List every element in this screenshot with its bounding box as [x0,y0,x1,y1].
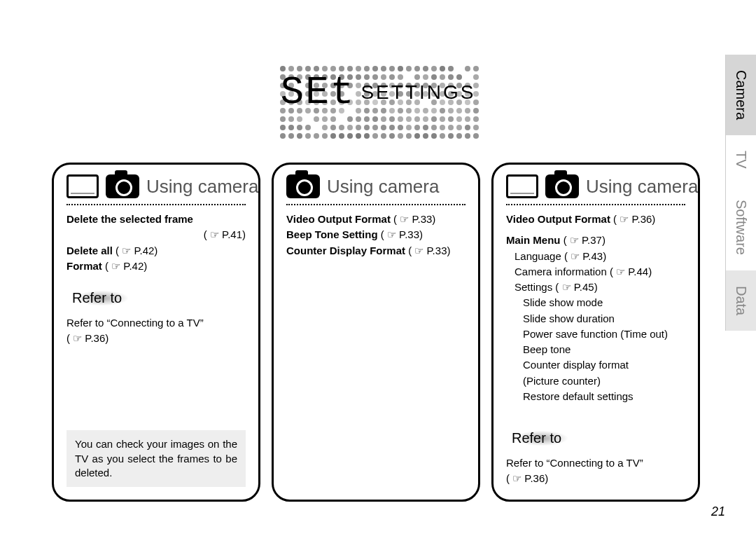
panel-tv-settings: Using camera & TV Video Output Format ( … [491,163,700,502]
settings-label: SETTINGS [360,81,475,104]
camera-icon [286,174,320,198]
page-ref: P.36) [73,332,108,344]
line: Language [514,250,561,262]
panel-title: Using camera & TV [146,176,260,198]
panel-header: Using camera & TV [66,174,246,198]
panel-header: Using camera & TV [506,174,685,198]
line: Slide show duration [506,312,685,326]
page-ref: P.41) [210,228,246,240]
panel-delete: Using camera & TV Delete the selected fr… [52,163,260,502]
line: Power save function (Time out) [506,327,685,341]
line: (Picture counter) [506,374,685,388]
side-tabs: Camera TV Software Data [725,55,756,331]
page-ref: P.44) [616,266,652,277]
tab-camera[interactable]: Camera [725,55,756,135]
lcd-set-text: SEt [281,70,356,115]
refer-body: Refer to “Connecting to a TV” ( P.36) [66,316,246,346]
panel-body: Video Output Format ( P.36) Main Menu ( … [506,212,685,404]
refer-text: Refer to “Connecting to a TV” [66,316,246,330]
line: Beep tone [506,343,685,357]
divider [286,204,465,205]
line: Delete the selected frame [66,213,193,225]
page-number: 21 [711,504,725,519]
page-ref: P.45) [562,281,598,293]
panel-title: Using camera [327,176,439,198]
line: Beep Tone Setting [286,228,378,240]
line: Counter display format [506,358,685,372]
panel-body: Video Output Format ( P.33) Beep Tone Se… [286,212,465,258]
panel-header: Using camera [286,174,465,198]
line: Video Output Format [506,213,610,225]
settings-header: SEt SETTINGS [281,70,476,115]
line: Counter Display Format [286,245,405,256]
panel-camera-settings: Using camera Video Output Format ( P.33)… [272,163,480,502]
tab-tv[interactable]: TV [725,135,756,184]
line: Video Output Format [286,213,391,225]
refer-text: Refer to “Connecting to a TV” [506,456,685,470]
line: Camera information [514,266,607,277]
tv-icon [66,174,99,198]
tab-data[interactable]: Data [725,270,756,331]
line: Settings [514,281,552,293]
note-box: You can check your images on the TV as y… [66,430,246,487]
line: Delete all [66,245,113,256]
page-ref: P.37) [570,234,606,246]
refer-to-label: Refer to [503,427,580,449]
line: Main Menu [506,234,561,246]
page-ref: P.33) [414,245,450,256]
page-ref: P.43) [570,250,606,262]
panels-row: Using camera & TV Delete the selected fr… [52,163,700,502]
camera-icon [545,174,579,198]
refer-to-label: Refer to [64,287,140,309]
tab-software[interactable]: Software [725,184,756,270]
refer-body: Refer to “Connecting to a TV” ( P.36) [506,456,685,486]
page-ref: P.33) [400,213,435,225]
camera-icon [106,174,139,198]
divider [506,204,685,205]
line: Format [66,260,102,272]
page-ref: P.42) [122,245,158,256]
page-ref: P.33) [387,228,423,240]
panel-body: Delete the selected frame ( P.41) Delete… [66,212,246,273]
line: Restore default settings [506,390,685,404]
page-ref: P.36) [620,213,655,225]
line: Slide show mode [506,296,685,310]
page-ref: P.42) [111,260,147,272]
panel-title: Using camera & TV [586,176,700,198]
page-ref: P.36) [512,472,548,484]
divider [66,204,246,205]
tv-icon [506,174,538,198]
